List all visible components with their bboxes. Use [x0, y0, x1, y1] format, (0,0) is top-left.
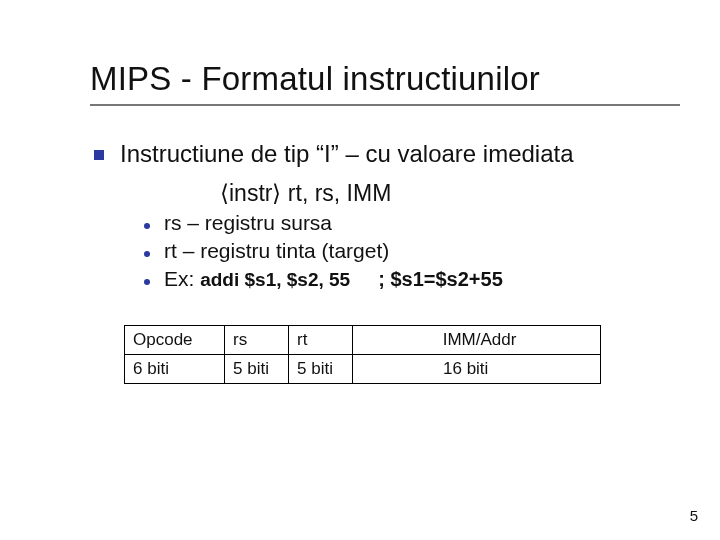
td-rt-bits: 5 biti: [289, 355, 353, 384]
th-imm: IMM/Addr: [353, 326, 601, 355]
bullet-level2: rs – registru sursa: [144, 211, 680, 235]
dot-bullet-icon: [144, 279, 150, 285]
instruction-syntax: ⟨instr⟩ rt, rs, IMM: [220, 180, 680, 207]
bullet-level1: Instructiune de tip “I” – cu valoare ime…: [94, 140, 680, 168]
th-rt: rt: [289, 326, 353, 355]
slide: MIPS - Formatul instructiunilor Instruct…: [0, 0, 720, 540]
th-opcode: Opcode: [125, 326, 225, 355]
example-comment: ; $s1=$s2+55: [378, 268, 503, 290]
th-rs: rs: [225, 326, 289, 355]
table-row: Opcode rs rt IMM/Addr: [125, 326, 601, 355]
level2-text-example: Ex: addi $s1, $s2, 55; $s1=$s2+55: [164, 267, 503, 291]
td-imm-bits: 16 biti: [353, 355, 601, 384]
square-bullet-icon: [94, 150, 104, 160]
page-number: 5: [690, 507, 698, 524]
level2-text-rt: rt – registru tinta (target): [164, 239, 389, 263]
bullet-level2: Ex: addi $s1, $s2, 55; $s1=$s2+55: [144, 267, 680, 291]
dot-bullet-icon: [144, 251, 150, 257]
example-code: addi $s1, $s2, 55: [200, 269, 350, 290]
bullet-level2: rt – registru tinta (target): [144, 239, 680, 263]
level1-text: Instructiune de tip “I” – cu valoare ime…: [120, 140, 574, 168]
instruction-format-table: Opcode rs rt IMM/Addr 6 biti 5 biti 5 bi…: [124, 325, 680, 384]
example-label: Ex:: [164, 267, 200, 290]
table-row: 6 biti 5 biti 5 biti 16 biti: [125, 355, 601, 384]
td-rs-bits: 5 biti: [225, 355, 289, 384]
slide-title: MIPS - Formatul instructiunilor: [90, 60, 680, 106]
dot-bullet-icon: [144, 223, 150, 229]
level2-text-rs: rs – registru sursa: [164, 211, 332, 235]
td-opcode-bits: 6 biti: [125, 355, 225, 384]
